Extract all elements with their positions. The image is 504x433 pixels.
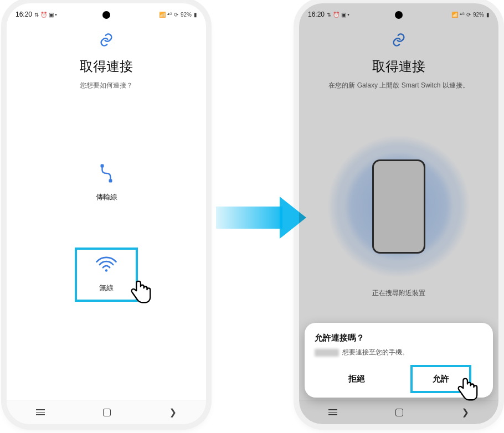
page-title: 取得連接: [7, 58, 206, 75]
wifi-icon: [95, 255, 118, 276]
front-camera: [395, 11, 403, 19]
dialog-message: 想要連接至您的手機。: [315, 348, 483, 357]
battery-icon: ▮: [486, 12, 490, 18]
svg-rect-0: [101, 164, 104, 168]
dialog-message-text: 想要連接至您的手機。: [342, 348, 409, 357]
nav-home[interactable]: [103, 409, 111, 416]
clock: 16:20: [16, 11, 32, 18]
status-indicators-right: 📶 ⁴ᴳ ⟳: [451, 12, 471, 18]
status-indicators-left: ⇅ ⏰ ▣ •: [34, 12, 57, 18]
option-wireless[interactable]: 無線: [76, 249, 137, 301]
clock: 16:20: [308, 11, 325, 18]
allow-button[interactable]: 允許: [414, 368, 468, 390]
deny-button[interactable]: 拒絕: [330, 368, 384, 390]
dialog-title: 允許連接嗎？: [315, 333, 483, 343]
option-wireless-label: 無線: [99, 283, 114, 293]
battery-text: 92%: [181, 12, 192, 18]
cable-icon: [96, 163, 116, 185]
page-subtitle: 您想要如何連接？: [7, 81, 206, 90]
requester-name-redacted: [315, 349, 339, 357]
svg-point-2: [105, 269, 107, 271]
phone-right: 16:20 ⇅ ⏰ ▣ • 📶 ⁴ᴳ ⟳ 92% ▮ 取得連接 在您的新 Gal…: [299, 3, 498, 424]
front-camera: [102, 11, 110, 19]
permission-dialog: 允許連接嗎？ 想要連接至您的手機。 拒絕 允許: [305, 323, 493, 398]
phone-left: 16:20 ⇅ ⏰ ▣ • 📶 ⁴ᴳ ⟳ 92% ▮ 取得連接 您想要如何連接？: [7, 3, 206, 424]
battery-text: 92%: [473, 12, 484, 18]
status-indicators-right: 📶 ⁴ᴳ ⟳: [159, 12, 178, 18]
flow-arrow: [216, 197, 310, 239]
status-indicators-left: ⇅ ⏰ ▣ •: [327, 12, 349, 18]
nav-back[interactable]: ❮: [169, 407, 177, 417]
svg-rect-1: [109, 179, 112, 183]
option-cable[interactable]: 傳輸線: [76, 157, 137, 210]
nav-recent[interactable]: [36, 409, 45, 415]
link-icon: [7, 32, 206, 50]
nav-bar: ❮: [7, 400, 206, 424]
battery-icon: ▮: [194, 12, 197, 18]
option-cable-label: 傳輸線: [96, 192, 117, 202]
